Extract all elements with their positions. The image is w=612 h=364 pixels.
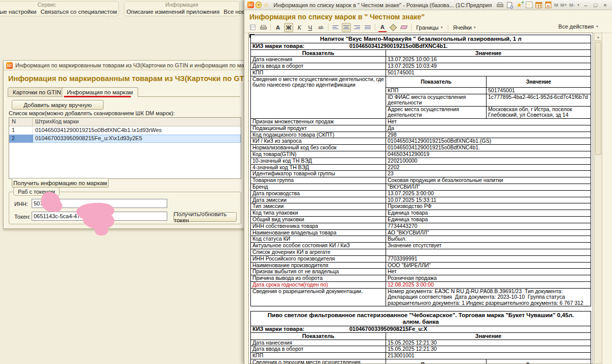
memory-m-button[interactable]: M: [554, 2, 558, 8]
command-button[interactable]: Связаться со специалистом: [38, 9, 119, 15]
print-icon[interactable]: [259, 23, 268, 32]
report-row-label: ИНН Российского производителя: [251, 256, 386, 262]
italic-icon[interactable]: К: [295, 23, 304, 32]
print-icon[interactable]: [496, 2, 504, 9]
left-window-title: Информация по маркированным товарам из Ч…: [15, 62, 259, 68]
main-menu-button[interactable]: ▼: [256, 2, 262, 8]
report-row: Тип эмиссииПроизводство РФ: [251, 203, 591, 210]
favorites-list-icon[interactable]: ☆: [525, 2, 533, 9]
mark-list[interactable]: N ШтрихКод марки 10104650341290019215o0B…: [9, 117, 241, 179]
command-button[interactable]: сональные настройки: [0, 9, 38, 15]
report-row-value: Нет: [386, 119, 591, 125]
separator: [328, 24, 328, 31]
add-mark-button[interactable]: Добавить марку вручную: [12, 100, 104, 110]
font-color-icon[interactable]: А: [378, 23, 387, 32]
report-row-label: КИ / КиЗ из запроса: [251, 138, 386, 144]
spreadsheet-area[interactable]: Напиток "Вкус Манго-Маракуйя " безалкого…: [248, 33, 593, 364]
report-toolbar: A Ж К Ч ab А Границы▼ Ячейки▼ Все действ…: [244, 22, 612, 33]
toolbar-overflow-dots[interactable]: · · ·: [108, 16, 120, 21]
report-row-label: Дата срока годности(годен по): [251, 282, 386, 288]
get-mark-info-button[interactable]: Получить информацию по маркам: [12, 178, 109, 188]
report-row-value: Выбыл.: [386, 236, 591, 242]
list-cell-number: 2: [9, 135, 33, 143]
save-icon[interactable]: [248, 23, 257, 32]
chevron-down-icon: ▼: [440, 26, 443, 29]
report-row: Список дочерних КИ в агрегате: [251, 249, 591, 255]
scrollbar-thumb[interactable]: [595, 42, 601, 155]
report-row-value: 2202: [386, 165, 591, 171]
report-col-header: Значение: [487, 359, 591, 364]
tab-gtin-cards[interactable]: Карточки по GTIN: [8, 87, 66, 97]
column-header-barcode[interactable]: ШтрихКод марки: [33, 118, 241, 126]
maximize-button[interactable]: □: [592, 2, 599, 8]
memory-mplus-button[interactable]: M+: [560, 2, 567, 8]
eraser-icon[interactable]: [399, 23, 409, 32]
separator: [411, 24, 412, 31]
favorites-star-icon[interactable]: ☆: [263, 2, 269, 8]
mark-report-window: 1С ▼ ☆ Информация по списку марок в " Че…: [244, 0, 612, 364]
calculator-icon[interactable]: [535, 2, 543, 9]
borders-dropdown[interactable]: Границы▼: [414, 23, 445, 32]
report-row: Код типа упаковкиЕдиница товара: [251, 210, 591, 216]
separator: [270, 24, 271, 31]
report-col-header: Значение: [386, 50, 591, 57]
separator: [375, 24, 375, 31]
minimize-button[interactable]: –: [582, 2, 590, 8]
chevron-down-icon[interactable]: ▼: [577, 4, 580, 7]
add-favorite-icon[interactable]: ★+: [516, 2, 523, 9]
mark-list-body: 10104650341290019215o0BdfXNC4b1.\x1d93rW…: [9, 126, 241, 143]
cells-dropdown[interactable]: Ячейки▼: [451, 23, 478, 32]
list-item[interactable]: 20104670033950908215Fe_u:X\x1d93y2E5: [9, 135, 241, 143]
mark-list-header: N ШтрихКод марки: [9, 118, 241, 126]
report-row: Общий вид упаковкиЕдиница товара: [251, 216, 591, 223]
align-left-icon[interactable]: [331, 23, 340, 32]
report-row-value: Значение отсутствует: [386, 243, 591, 249]
chevron-down-icon: ▼: [596, 25, 599, 28]
screen: { "colors": { "title_gold": "#a3790a", "…: [0, 0, 612, 364]
report-row-label: Сведения о текущем месте осуществления д…: [251, 359, 386, 364]
report-row-value: 15.05.2025 12:21:30: [386, 346, 591, 352]
refresh-token-button[interactable]: Получить/обновить токен: [173, 212, 237, 222]
report-row-value: 213001001: [386, 353, 591, 359]
chevron-down-icon: ▼: [473, 26, 476, 29]
command-button[interactable]: Описание изменений приложения: [124, 9, 222, 15]
list-item[interactable]: 10104650341290019215o0BdfXNC4b1.\x1d93rW…: [9, 126, 241, 135]
report-row: ИНН собственника товара7734443270: [251, 223, 591, 229]
print-preview-icon[interactable]: [506, 2, 514, 9]
report-row: Причина вывода из оборотаРозничная прода…: [251, 275, 591, 281]
report-row-label: Дата нанесения: [251, 340, 386, 346]
report-row-value: 13.07.2025 10:00:16: [386, 57, 591, 63]
vertical-scrollbar[interactable]: ▲: [594, 33, 602, 364]
report-row-value: 501745001: [386, 70, 591, 76]
report-row-value: "ВКУСВИЛЛ": [386, 184, 591, 190]
report-kiz-label: КИЗ марки товара:: [251, 326, 348, 332]
report-header-row: ПоказательЗначение: [251, 332, 591, 340]
scroll-up-icon[interactable]: ▲: [595, 33, 602, 41]
report-row-value: 2202100000: [386, 158, 591, 164]
memory-mminus-button[interactable]: M-: [569, 2, 575, 8]
column-header-n[interactable]: N: [9, 118, 33, 126]
font-size-icon[interactable]: ab: [316, 23, 325, 32]
token-label: Токен:: [14, 214, 31, 220]
report-row-label: Бренд: [251, 184, 386, 190]
font-icon[interactable]: A: [273, 23, 283, 32]
align-center-icon[interactable]: [342, 23, 351, 32]
close-button[interactable]: ×: [601, 2, 609, 8]
command-group: Сервиссональные настройкиСвязаться со сп…: [0, 1, 119, 16]
report-col-header: Показатель: [386, 76, 487, 88]
report-row-label: Код статуса КИ: [251, 236, 386, 242]
report-row-value: 1c777895-4ba2-46c1-952d-6cd7c41f6b7d: [487, 94, 591, 106]
fill-color-icon[interactable]: [389, 23, 398, 32]
report-row-label: 4-значный код ТН ВЭД: [251, 165, 386, 171]
inn-label: ИНН:: [14, 201, 28, 207]
bold-icon[interactable]: Ж: [284, 23, 293, 32]
report-row: Товарная группаСоковая продукция и безал…: [251, 177, 591, 184]
calendar-icon[interactable]: 31: [545, 2, 552, 9]
align-right-icon[interactable]: [352, 23, 362, 32]
report-row-label: Тип эмиссии: [251, 203, 386, 210]
all-actions-dropdown[interactable]: Все действия▼: [558, 23, 599, 30]
underline-icon[interactable]: Ч: [305, 23, 315, 32]
align-justify-icon[interactable]: [363, 23, 372, 32]
report-row-label: Код типа упаковки: [251, 210, 386, 216]
report-row: Подакцизный продуктДа: [251, 125, 591, 132]
